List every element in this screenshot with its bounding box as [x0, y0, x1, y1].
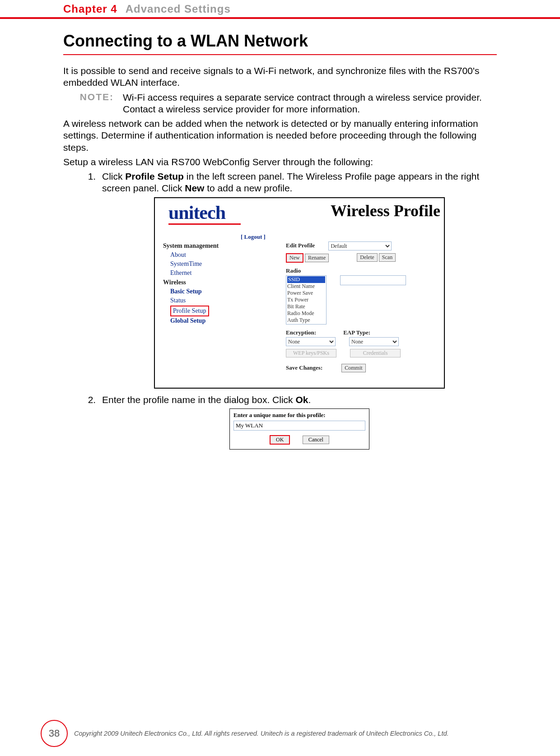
note-block: NOTE: Wi-Fi access requires a separate s…	[63, 92, 497, 116]
screenshot-wireless-profile: unitech Wireless Profile [ Logout ] Syst…	[154, 197, 445, 389]
scan-button[interactable]: Scan	[379, 253, 396, 262]
intro-paragraph: It is possible to send and receive signa…	[63, 65, 497, 89]
screenshot-profile-name-dialog: Enter a unique name for this profile: OK…	[229, 408, 369, 450]
sidebar-item-ethernet[interactable]: Ethernet	[163, 269, 219, 278]
paragraph-2: A wireless network can be added when the…	[63, 118, 497, 153]
step-2: Enter the profile name in the dialog box…	[98, 394, 497, 450]
page-footer: 38 Copyright 2009 Unitech Electronics Co…	[0, 720, 560, 747]
step2-bold-ok: Ok	[295, 394, 308, 405]
radio-opt-radiomode[interactable]: Radio Mode	[287, 310, 325, 317]
wep-keys-button[interactable]: WEP keys/PSKs	[286, 349, 336, 357]
chapter-label: Chapter 4	[63, 3, 117, 15]
step1-text-a: Click	[102, 171, 125, 181]
radio-opt-bitrate[interactable]: Bit Rate	[287, 303, 325, 310]
sidebar-item-profile-setup-wrap: Profile Setup	[163, 306, 219, 316]
cancel-button[interactable]: Cancel	[303, 436, 329, 444]
sidebar-item-status[interactable]: Status	[163, 296, 219, 305]
dialog-prompt: Enter a unique name for this profile:	[233, 412, 365, 419]
radio-opt-authtype[interactable]: Auth Type	[287, 317, 325, 324]
sidebar-item-basic-setup[interactable]: Basic Setup	[163, 287, 219, 296]
save-changes-label: Save Changes:	[286, 364, 322, 371]
sidebar-heading: System management	[163, 241, 219, 250]
copyright-text: Copyright 2009 Unitech Electronics Co., …	[74, 730, 533, 737]
sidebar-item-profile-setup[interactable]: Profile Setup	[170, 306, 209, 316]
step1-text-e: to add a new profile.	[204, 183, 292, 193]
radio-listbox[interactable]: SSID Client Name Power Save Tx Power Bit…	[286, 275, 327, 325]
radio-label: Radio	[286, 267, 406, 274]
sidebar-item-about[interactable]: About	[163, 250, 219, 260]
ok-button[interactable]: OK	[270, 435, 290, 445]
profile-select[interactable]: Default	[328, 241, 392, 250]
sidebar-item-systemtime[interactable]: SystemTime	[163, 260, 219, 269]
sidebar-item-global-setup[interactable]: Global Setup	[163, 316, 219, 325]
step-1: Click Profile Setup in the left screen p…	[98, 171, 497, 389]
radio-opt-clientname[interactable]: Client Name	[287, 283, 325, 290]
note-text: Wi-Fi access requires a separate service…	[123, 92, 497, 116]
new-button[interactable]: New	[286, 253, 303, 263]
panel-title: Wireless Profile	[331, 201, 440, 221]
encryption-select[interactable]: None	[286, 337, 336, 346]
content-area: Connecting to a WLAN Network It is possi…	[0, 19, 560, 450]
radio-opt-powersave[interactable]: Power Save	[287, 290, 325, 297]
page-number: 38	[41, 720, 68, 747]
step1-bold-profile: Profile Setup	[125, 171, 184, 181]
commit-button[interactable]: Commit	[341, 364, 365, 372]
logout-link[interactable]: [ Logout ]	[241, 233, 266, 241]
eap-label: EAP Type:	[343, 329, 370, 336]
sidebar-item-wireless: Wireless	[163, 278, 219, 287]
note-label: NOTE:	[63, 92, 123, 116]
credentials-button[interactable]: Credentials	[350, 349, 401, 357]
radio-opt-txpower[interactable]: Tx Power	[287, 297, 325, 303]
edit-profile-label: Edit Profile	[286, 242, 315, 249]
chapter-title: Advanced Settings	[126, 3, 231, 15]
radio-opt-ssid[interactable]: SSID	[287, 276, 325, 283]
rename-button[interactable]: Rename	[305, 254, 329, 262]
brand-logo: unitech	[155, 198, 241, 225]
profile-name-input[interactable]	[233, 421, 365, 431]
step2-text-a: Enter the profile name in the dialog box…	[102, 394, 295, 405]
radio-value-input[interactable]	[340, 275, 406, 285]
encryption-label: Encryption:	[286, 329, 316, 336]
step1-bold-new: New	[185, 183, 204, 193]
page-header: Chapter 4 Advanced Settings	[0, 0, 560, 19]
delete-button[interactable]: Delete	[357, 253, 377, 262]
step2-text-c: .	[308, 394, 311, 405]
profile-panel: Edit Profile Default New Rename Delete S…	[286, 241, 406, 373]
steps-list: Click Profile Setup in the left screen p…	[63, 171, 497, 450]
sidebar-nav: System management About SystemTime Ether…	[163, 241, 219, 326]
page-title: Connecting to a WLAN Network	[63, 32, 497, 55]
eap-select[interactable]: None	[349, 337, 399, 346]
paragraph-3: Setup a wireless LAN via RS700 WebConfig…	[63, 156, 497, 168]
